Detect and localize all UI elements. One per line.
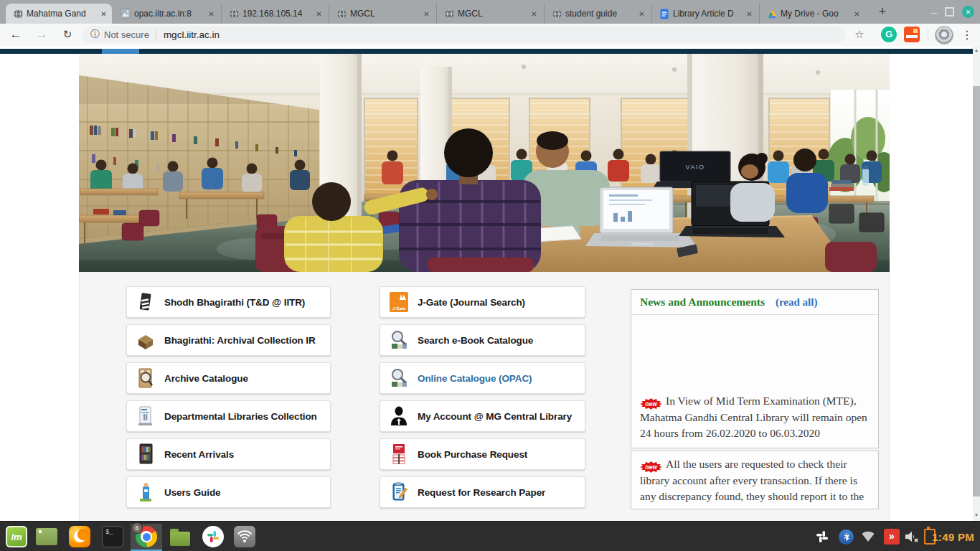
back-button[interactable]: ← (6, 24, 26, 44)
button-label: Online Catalogue (OPAC) (418, 373, 532, 384)
button-archive-catalogue[interactable]: Archive Catalogue (126, 362, 331, 394)
bookmark-star-icon[interactable]: ☆ (849, 24, 870, 44)
security-label: Not secure (104, 29, 149, 40)
button-ebook-catalogue[interactable]: Search e-Book Catalogue (380, 324, 585, 356)
tab-close-icon[interactable]: ✕ (636, 9, 647, 19)
tab-close-icon[interactable]: ✕ (744, 9, 755, 19)
tab-mgcl-2[interactable]: MGCL ✕ (436, 4, 542, 24)
users-guide-icon (136, 481, 156, 504)
files-launcher[interactable] (166, 524, 194, 550)
tray-bluetooth[interactable] (839, 522, 854, 551)
button-users-guide[interactable]: Users Guide (126, 476, 331, 508)
new-tab-button[interactable]: + (872, 3, 892, 22)
chrome-launcher-active[interactable]: 6 (131, 524, 162, 550)
tab-my-drive[interactable]: My Drive - Goo ✕ (759, 4, 865, 24)
tab-title: student guide (565, 9, 633, 19)
archive-catalogue-icon (136, 367, 156, 390)
opac-search-icon (389, 367, 409, 390)
chrome-window-count-badge: 6 (131, 522, 143, 534)
site-navbar-active-item[interactable] (102, 49, 139, 54)
recent-arrivals-icon (136, 443, 156, 466)
taskbar-clock[interactable]: 1:49 PM (932, 522, 974, 551)
globe-favicon-icon (228, 8, 240, 19)
info-icon[interactable]: ⓘ (90, 28, 100, 41)
forward-button[interactable]: → (32, 24, 52, 44)
news-read-all-link[interactable]: (read all) (776, 296, 817, 309)
taskbar: lm $_ 6 » 1:49 PM (0, 521, 980, 551)
chrome-menu-icon[interactable]: ⋮ (957, 24, 977, 44)
terminal-icon: $_ (102, 526, 123, 547)
news-title: News and Announcements (640, 296, 765, 309)
tab-title: My Drive - Goo (781, 9, 849, 19)
button-label: My Account @ MG Central Library (418, 411, 572, 422)
tab-library-article[interactable]: Library Article D ✕ (651, 4, 758, 24)
news-item: newIn View of Mid Term Examination (MTE)… (640, 393, 870, 441)
news-text: All the users are requested to check the… (640, 458, 864, 502)
button-label: Bhagirathi: Archival Collection IR (164, 335, 316, 346)
button-recent-arrivals[interactable]: Recent Arrivals (126, 438, 331, 470)
tab-title: Library Article D (673, 9, 741, 19)
vaio-label: VAIO (686, 164, 705, 171)
tab-mahatma-gandhi[interactable]: Mahatma Gand ✕ (6, 4, 112, 24)
slack-icon (202, 526, 224, 547)
tray-slack[interactable] (815, 522, 829, 551)
tab-close-icon[interactable]: ✕ (314, 9, 324, 19)
window-close-button[interactable]: ✕ (962, 6, 974, 18)
button-online-catalogue-opac[interactable]: Online Catalogue (OPAC) (380, 362, 585, 394)
extension-icon[interactable] (904, 27, 920, 42)
news-header: News and Announcements (read all) (631, 290, 878, 315)
anydesk-icon: » (884, 529, 900, 545)
address-bar[interactable]: ⓘ Not secure mgcl.iitr.ac.in (82, 26, 845, 43)
button-departmental-libraries[interactable]: Departmental Libraries Collection (126, 400, 331, 432)
tab-close-icon[interactable]: ✕ (98, 9, 109, 19)
bluetooth-icon (839, 529, 854, 545)
button-jgate[interactable]: J-Gate J-Gate (Journal Search) (380, 286, 585, 318)
slack-launcher[interactable] (199, 524, 227, 550)
button-bhagirathi-archival[interactable]: Bhagirathi: Archival Collection IR (126, 324, 331, 356)
ebook-search-icon (389, 329, 409, 352)
tray-network[interactable] (861, 522, 875, 551)
terminal-launcher[interactable]: $_ (99, 524, 126, 550)
grammarly-extension-icon[interactable]: G (881, 27, 897, 42)
profile-avatar[interactable] (935, 26, 953, 44)
shodh-bhagirathi-icon (136, 291, 156, 314)
tab-title: Mahatma Gand (27, 9, 95, 19)
button-label: Recent Arrivals (164, 449, 234, 460)
tab-close-icon[interactable]: ✕ (421, 9, 432, 19)
scrollbar-thumb[interactable] (973, 86, 980, 496)
network-tool-launcher[interactable] (231, 524, 258, 550)
tab-close-icon[interactable]: ✕ (852, 9, 862, 19)
window-restore-button[interactable] (945, 7, 954, 17)
scrollbar-up-icon[interactable]: ▲ (973, 48, 980, 52)
globe-favicon-icon (551, 8, 562, 19)
library-photo-scene: VAIO (79, 54, 890, 272)
tab-ip-address[interactable]: 192.168.105.14 ✕ (221, 4, 327, 24)
tab-opac[interactable]: opac.iitr.ac.in:8 ✕ (113, 4, 220, 24)
firefox-launcher[interactable] (66, 524, 93, 550)
mint-menu-button[interactable]: lm (3, 524, 30, 550)
button-research-paper-request[interactable]: Request for Research Paper (380, 476, 585, 508)
browser-viewport: VAIO (0, 46, 980, 521)
scrollbar-down-icon[interactable]: ▼ (973, 513, 980, 517)
url-text: mgcl.iitr.ac.in (164, 29, 220, 40)
show-desktop-button[interactable] (33, 524, 60, 550)
tray-anydesk[interactable]: » (884, 522, 900, 551)
tab-close-icon[interactable]: ✕ (206, 9, 217, 19)
button-my-account[interactable]: My Account @ MG Central Library (380, 400, 585, 432)
tab-title: opac.iitr.ac.in:8 (134, 9, 203, 19)
archival-collection-icon (136, 329, 156, 352)
button-shodh-bhagirathi[interactable]: Shodh Bhagirathi (T&D @ IITR) (126, 286, 331, 318)
page-scrollbar[interactable]: ▲ ▼ (973, 46, 980, 521)
tab-mgcl-1[interactable]: MGCL ✕ (329, 4, 435, 24)
button-book-purchase[interactable]: Book Purchase Request (380, 438, 585, 470)
tab-student-guide[interactable]: student guide ✕ (544, 4, 650, 24)
tray-volume-muted[interactable] (904, 522, 920, 551)
tab-close-icon[interactable]: ✕ (529, 9, 540, 19)
reload-button[interactable]: ↻ (57, 24, 77, 44)
button-label: Request for Research Paper (418, 487, 545, 498)
window-minimize-button[interactable]: – (931, 9, 937, 16)
screen: Mahatma Gand ✕ opac.iitr.ac.in:8 ✕ 192.1… (0, 0, 980, 551)
toolbar-divider (928, 29, 928, 41)
address-divider (156, 29, 156, 40)
news-item: newAll the users are requested to check … (631, 451, 879, 509)
